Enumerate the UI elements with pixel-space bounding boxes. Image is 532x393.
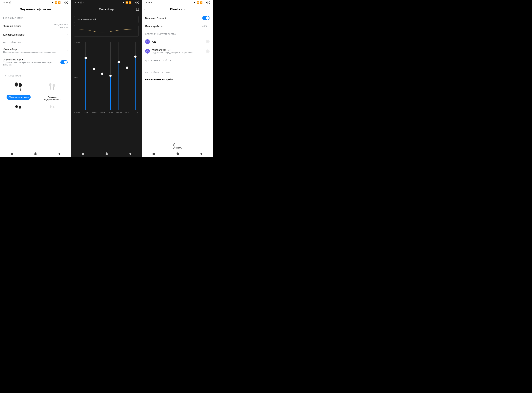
status-time: 16:45 xyxy=(73,1,79,4)
headphone-option-4[interactable] xyxy=(37,104,68,112)
page-title: Звуковые эффекты xyxy=(20,8,51,11)
headphone-option-3[interactable] xyxy=(3,104,34,112)
nav-bar xyxy=(0,151,71,157)
refresh-label: Обновить xyxy=(173,147,182,149)
chevron-right-icon: › xyxy=(209,78,210,81)
refresh-button[interactable]: Обновить xyxy=(173,143,182,149)
equalizer-item[interactable]: Эквалайзер Индивидуальные установки для … xyxy=(0,45,71,56)
eq-band[interactable]: 65Hz xyxy=(82,42,89,114)
inear-icon xyxy=(37,104,68,110)
nav-recents-button[interactable] xyxy=(152,152,155,156)
signal-icon: 📶 xyxy=(196,1,199,4)
back-button[interactable]: ‹ xyxy=(145,7,146,11)
nav-back-button[interactable] xyxy=(58,152,61,156)
music-icon: ♪ xyxy=(83,1,84,4)
eq-freq-label: 6KHz xyxy=(125,112,129,114)
advanced-settings-item[interactable]: Расширенные настройки › xyxy=(142,75,213,83)
nav-home-button[interactable] xyxy=(105,152,108,156)
svg-point-6 xyxy=(15,105,18,108)
device-mixcder[interactable]: Mixcder E10 aptX Подключено | Заряд бата… xyxy=(142,46,213,56)
svg-point-0 xyxy=(15,82,18,86)
eq-track xyxy=(135,42,136,110)
eq-band[interactable]: 400Hz xyxy=(99,42,105,114)
divider xyxy=(3,70,68,70)
eq-band[interactable]: 6KHz xyxy=(124,42,130,114)
eq-thumb[interactable] xyxy=(109,75,112,77)
eq-band[interactable]: 160Hz xyxy=(91,42,97,114)
headphone-icon xyxy=(9,1,11,4)
header: ‹ Bluetooth xyxy=(142,5,213,14)
eq-thumb[interactable] xyxy=(93,68,95,70)
device-name-item[interactable]: Имя устройства Redmi › xyxy=(142,22,213,30)
eq-thumb[interactable] xyxy=(134,55,137,58)
nav-recents-button[interactable] xyxy=(81,152,84,156)
device-name-value: Redmi xyxy=(201,25,207,27)
nav-home-button[interactable] xyxy=(176,152,179,156)
chevron-right-icon: › xyxy=(209,25,210,28)
headphone-label: Обычные внутриканальные xyxy=(37,95,68,102)
eq-thumb[interactable] xyxy=(117,61,120,63)
eq-thumb[interactable] xyxy=(126,66,128,69)
item-title: Улучшение звука Mi xyxy=(3,58,60,61)
wifi-icon xyxy=(203,1,206,4)
signal-icon: 📶 xyxy=(125,1,128,4)
codec-badge: aptX xyxy=(167,49,171,51)
refresh-icon xyxy=(173,143,182,147)
eq-thumb[interactable] xyxy=(101,73,103,75)
bluetooth-toggle[interactable] xyxy=(202,16,210,20)
nav-recents-button[interactable] xyxy=(10,152,13,156)
headphone-icon xyxy=(145,49,150,54)
eq-band[interactable]: 14KHz xyxy=(132,42,139,114)
svg-point-2 xyxy=(49,83,51,86)
bluetooth-icon: ✱ xyxy=(52,1,54,4)
device-settings-button[interactable]: › xyxy=(206,40,210,43)
section-available: ДОСТУПНЫЕ УСТРОЙСТВА xyxy=(142,56,213,63)
equalizer-screen: 16:45 ♪ ✱ 📶 📶 34 ‹ Эквалайзер Пользовате… xyxy=(71,0,142,157)
eq-track xyxy=(102,42,102,110)
eq-band[interactable]: 2.5KHz xyxy=(115,42,122,114)
headphone-inear[interactable]: Обычные внутриканальные xyxy=(37,80,68,102)
item-title: Функция кнопок xyxy=(3,25,48,27)
chevron-right-icon: › xyxy=(67,33,68,36)
eq-thumb[interactable] xyxy=(84,57,87,59)
item-title: Имя устройства xyxy=(145,25,163,28)
headphone-grid-2 xyxy=(0,104,71,113)
nav-home-button[interactable] xyxy=(34,152,37,156)
preset-name: Пользовательский xyxy=(77,18,97,21)
back-button[interactable]: ‹ xyxy=(3,7,4,11)
y-label-mid: 0dB xyxy=(74,76,80,79)
calibration-item[interactable]: Калибровка кнопок › xyxy=(0,31,71,38)
y-label-bot: −10dB xyxy=(74,111,80,114)
signal-icon: 📶 xyxy=(54,1,57,4)
header: ‹ Звуковые эффекты xyxy=(0,5,71,14)
bluetooth-screen: 16:39 ♪ ✱ 📶 📶 35 ‹ Bluetooth Включить Bl… xyxy=(142,0,213,157)
nav-back-button[interactable] xyxy=(128,152,132,156)
eq-track xyxy=(110,42,111,110)
wifi-icon xyxy=(132,1,135,4)
bluetooth-enable-item: Включить Bluetooth xyxy=(142,14,213,22)
preset-save-button[interactable] xyxy=(136,8,139,11)
device-settings-button[interactable]: › xyxy=(206,49,210,53)
button-function-item[interactable]: Функция кнопок Регулировка громкости xyxy=(0,21,71,31)
section-headphone-type: ТИП НАУШНИКОВ xyxy=(0,71,71,79)
battery-badge: 34 xyxy=(64,1,68,4)
nav-back-button[interactable] xyxy=(199,152,203,156)
header: ‹ Эквалайзер xyxy=(71,5,142,14)
eq-band[interactable]: 1KHz xyxy=(107,42,114,114)
chevron-right-icon: › xyxy=(67,49,68,52)
status-time: 16:39 xyxy=(145,1,150,4)
item-title: Калибровка кнопок xyxy=(3,33,65,36)
battery-badge: 35 xyxy=(206,1,210,4)
device-a6l[interactable]: A6L › xyxy=(142,37,213,46)
nav-bar xyxy=(71,151,142,157)
svg-point-1 xyxy=(19,83,22,87)
preset-selector[interactable]: Пользовательский ⌄ xyxy=(74,16,138,23)
back-button[interactable]: ‹ xyxy=(73,7,75,11)
page-title: Эквалайзер xyxy=(99,8,114,11)
earbuds-icon xyxy=(3,80,34,93)
eq-freq-label: 1KHz xyxy=(108,112,113,114)
svg-rect-10 xyxy=(136,8,139,11)
svg-point-8 xyxy=(50,105,52,108)
headphone-earbuds[interactable]: Обычные вкладыши xyxy=(3,80,34,102)
mi-sound-toggle[interactable] xyxy=(60,60,68,64)
